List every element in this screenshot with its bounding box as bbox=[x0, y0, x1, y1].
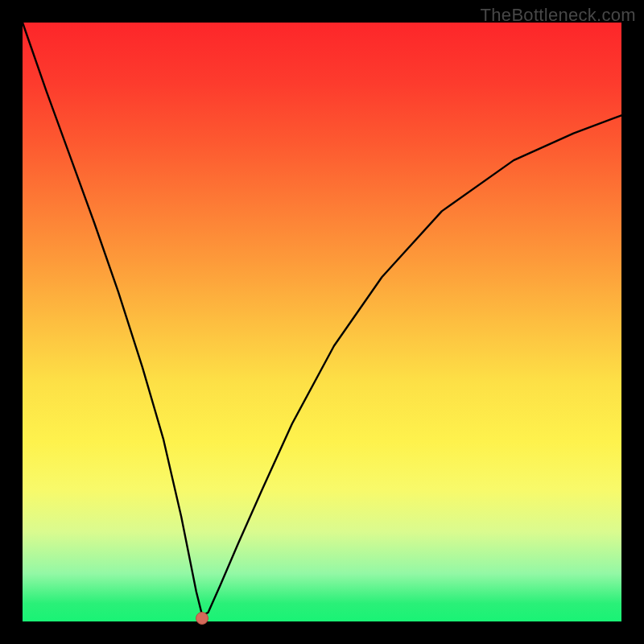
cusp-marker bbox=[196, 612, 208, 625]
watermark-text: TheBottleneck.com bbox=[481, 5, 636, 26]
curve-layer bbox=[23, 23, 621, 621]
chart-frame: TheBottleneck.com bbox=[0, 0, 644, 644]
plot-area bbox=[23, 23, 621, 621]
bottleneck-curve bbox=[23, 23, 621, 616]
